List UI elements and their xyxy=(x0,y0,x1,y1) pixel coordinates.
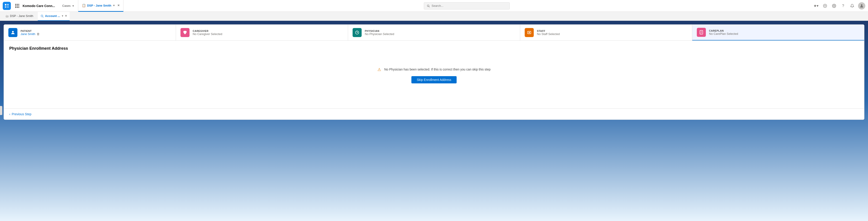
sub-tab-dsp-label: DSP - Jane Smith xyxy=(10,14,33,18)
physician-icon-box xyxy=(352,28,362,37)
role-card-careplan[interactable]: CAREPLAN No CarePlan Selected xyxy=(692,25,864,40)
help-icon[interactable]: ? xyxy=(840,3,846,9)
top-nav: Komodo Care Conn... Cases ▼ 📋 DSP - Jane… xyxy=(0,0,868,12)
svg-rect-8 xyxy=(17,5,18,6)
prev-arrow-icon: ‹ xyxy=(9,112,10,116)
physician-info: PHYSICIAN No Physician Selected xyxy=(365,30,394,36)
caregiver-info: CAREGIVER No Caregiver Selected xyxy=(193,30,222,36)
warning-message-row: ⚠ No Physician has been selected. If thi… xyxy=(377,67,491,72)
staff-value: No Staff Selected xyxy=(537,32,560,36)
dsp-tab-label: DSP - Jane Smith xyxy=(87,4,111,7)
add-icon[interactable] xyxy=(822,3,828,9)
role-card-patient[interactable]: PATIENT Jane Smith 🗑 xyxy=(4,25,176,40)
svg-rect-3 xyxy=(7,6,9,7)
careplan-label: CAREPLAN xyxy=(709,29,738,32)
physician-icon xyxy=(354,30,360,35)
search-bar xyxy=(424,2,510,9)
sub-tab-bar: 🗂 DSP - Jane Smith Account ... ▼ ✕ xyxy=(0,12,868,21)
warning-icon: ⚠ xyxy=(377,67,382,72)
svg-rect-1 xyxy=(7,4,9,5)
cases-tab-arrow: ▼ xyxy=(72,4,74,7)
caregiver-icon-box xyxy=(181,28,189,37)
patient-icon-box xyxy=(8,28,18,37)
svg-rect-9 xyxy=(18,5,19,6)
setup-icon[interactable] xyxy=(831,3,837,9)
staff-icon xyxy=(527,30,532,35)
svg-rect-10 xyxy=(15,7,16,8)
warning-text: No Physician has been selected. If this … xyxy=(384,68,491,71)
staff-label: STAFF xyxy=(537,30,560,32)
previous-step-button[interactable]: ‹ Previous Step xyxy=(9,112,31,116)
physician-label: PHYSICIAN xyxy=(365,30,394,32)
caregiver-label: CAREGIVER xyxy=(193,30,222,32)
avatar[interactable] xyxy=(858,2,865,9)
cases-tab-label: Cases xyxy=(62,4,70,7)
svg-rect-4 xyxy=(15,4,16,5)
waffle-menu[interactable] xyxy=(13,2,21,9)
skip-enrollment-button[interactable]: Skip Enrollment Address xyxy=(411,76,457,84)
app-name: Komodo Care Conn... xyxy=(23,4,55,8)
staff-icon-box xyxy=(525,28,534,37)
search-wrapper xyxy=(123,2,810,9)
nav-tab-dsp-jane-smith[interactable]: 📋 DSP - Jane Smith ▼ ✕ xyxy=(78,0,123,12)
caregiver-value: No Caregiver Selected xyxy=(193,32,222,36)
dsp-tab-close[interactable]: ✕ xyxy=(117,4,120,7)
careplan-value: No CarePlan Selected xyxy=(709,32,738,35)
search-input[interactable] xyxy=(432,4,507,7)
patient-icon xyxy=(10,30,16,35)
svg-line-21 xyxy=(43,17,43,17)
warning-section: ⚠ No Physician has been selected. If thi… xyxy=(9,58,859,92)
main-content: PATIENT Jane Smith 🗑 CAREGIVER No Caregi xyxy=(0,21,868,221)
dsp-tab-icon: 📋 xyxy=(82,4,86,7)
svg-rect-26 xyxy=(700,31,703,34)
physician-value: No Physician Selected xyxy=(365,32,394,36)
svg-rect-2 xyxy=(5,6,6,7)
role-cards-row: PATIENT Jane Smith 🗑 CAREGIVER No Caregi xyxy=(4,25,864,41)
patient-delete-icon[interactable]: 🗑 xyxy=(37,32,39,36)
svg-line-14 xyxy=(429,6,430,7)
careplan-info: CAREPLAN No CarePlan Selected xyxy=(709,29,738,35)
svg-point-25 xyxy=(529,32,530,33)
svg-rect-11 xyxy=(17,7,18,8)
sub-tab-account[interactable]: Account ... ▼ ✕ xyxy=(38,12,70,21)
careplan-icon-box xyxy=(697,28,706,37)
favorites-icon[interactable]: ★▾ xyxy=(813,3,819,9)
account-tab-arrow: ▼ xyxy=(62,15,64,17)
svg-point-22 xyxy=(12,31,13,33)
patient-value: Jane Smith 🗑 xyxy=(21,32,39,36)
role-card-staff[interactable]: STAFF No Staff Selected xyxy=(520,25,692,40)
dsp-tab-icon: 🗂 xyxy=(5,14,9,18)
card-footer: ‹ Previous Step xyxy=(4,108,864,120)
notifications-icon[interactable] xyxy=(849,3,855,9)
search-icon xyxy=(427,4,430,7)
careplan-icon xyxy=(699,30,704,35)
account-tab-close[interactable]: ✕ xyxy=(65,14,67,18)
sub-tab-dsp[interactable]: 🗂 DSP - Jane Smith xyxy=(3,12,36,21)
main-card: PATIENT Jane Smith 🗑 CAREGIVER No Caregi xyxy=(4,24,864,120)
sub-tab-account-label: Account ... xyxy=(45,14,60,18)
page-title: Physician Enrollment Address xyxy=(9,46,859,51)
nav-actions: ★▾ ? xyxy=(813,2,865,9)
patient-label: PATIENT xyxy=(21,30,39,32)
svg-point-19 xyxy=(861,4,863,6)
staff-info: STAFF No Staff Selected xyxy=(537,30,560,36)
svg-rect-7 xyxy=(15,5,16,6)
caregiver-icon xyxy=(183,30,187,35)
patient-info: PATIENT Jane Smith 🗑 xyxy=(21,30,39,36)
content-area: Physician Enrollment Address ⚠ No Physic… xyxy=(4,41,864,108)
role-card-physician[interactable]: PHYSICIAN No Physician Selected xyxy=(348,25,520,40)
nav-tab-cases[interactable]: Cases ▼ xyxy=(59,0,78,12)
app-logo[interactable] xyxy=(3,2,11,10)
role-card-caregiver[interactable]: CAREGIVER No Caregiver Selected xyxy=(176,25,348,40)
left-edge-handle[interactable] xyxy=(0,106,2,115)
account-search-icon xyxy=(40,14,44,18)
svg-point-18 xyxy=(834,5,835,6)
svg-rect-6 xyxy=(18,4,19,5)
svg-rect-5 xyxy=(17,4,18,5)
svg-rect-0 xyxy=(5,4,6,5)
dsp-tab-arrow: ▼ xyxy=(113,4,115,7)
svg-rect-12 xyxy=(18,7,19,8)
